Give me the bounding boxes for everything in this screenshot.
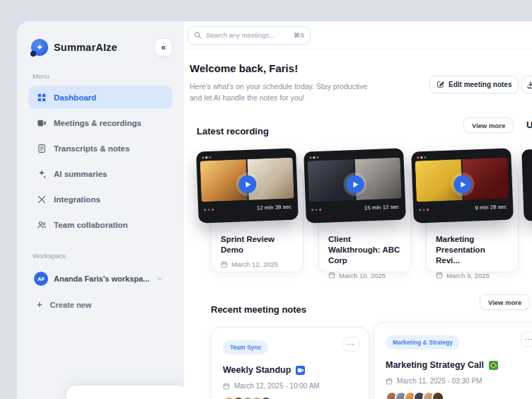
flag-icon [489,361,498,370]
recording-duration: 12 min 38 sec [257,204,292,212]
edit-meeting-notes-label: Edit meeting notes [449,81,511,88]
tools-icon [37,195,47,204]
workspace-avatar: AF [34,272,48,286]
sidebar: ✦ SummarAIze « Menu Dashboard Meetings &… [17,21,184,399]
create-new-button[interactable]: + Create new [28,300,173,309]
recording-title: Client Walkthrough: ABC Corp [328,234,403,267]
participants-avatars [223,396,357,399]
recent-view-more-button[interactable]: View more [480,294,530,310]
app-window: ✦ SummarAIze « Menu Dashboard Meetings &… [17,21,532,399]
calendar-icon [386,378,393,385]
video-preview-frame[interactable]: 12 min 38 sec [196,148,299,223]
people-icon [37,220,47,230]
logo: ✦ SummarAIze « [28,33,173,57]
sparkle-icon [37,169,47,179]
recording-title: Marketing Presentation Revi... [436,234,511,267]
document-icon [37,144,47,154]
calendar-icon [436,272,443,279]
upcoming-card-partial[interactable] [521,149,532,221]
sidebar-item-label: AI summaries [54,170,107,178]
note-category-badge: Team Sync [223,340,268,354]
search-icon [194,31,202,39]
note-datetime-text: March 12, 2025 - 10:00 AM [234,382,320,390]
play-icon [353,181,358,187]
sidebar-item-label: Team collaboration [54,221,128,229]
calendar-icon [328,272,335,279]
participants-avatars [386,391,532,399]
recording-date-text: March 9, 2025 [446,272,490,279]
collapse-icon: « [161,42,166,52]
video-preview-frame[interactable]: 15 min 12 sec [303,148,406,223]
video-camera-badge-icon [296,366,305,375]
recent-notes-title: Recent meeting notes [211,304,306,315]
recording-date-text: March 10, 2025 [339,272,386,279]
note-datetime: March 11, 2025 - 03:30 PM [386,377,532,385]
frame-controls-bar: 12 min 38 sec [202,201,294,215]
ellipsis-icon: ⋯ [525,335,532,344]
search-input[interactable] [206,31,289,39]
subtitle-line-1: Here's what's on your schedule today. St… [190,81,367,92]
app-name: SummarAIze [54,42,117,53]
workspace-selector[interactable]: AF Ananda Faris's workspa... [28,265,173,286]
sidebar-item-integrations[interactable]: Integrations [28,187,173,211]
frame-controls-bar: 15 min 12 sec [309,201,402,215]
note-title: Weekly Standup [223,365,291,375]
sidebar-item-meetings-recordings[interactable]: Meetings & recordings [28,111,173,134]
ellipsis-icon: ⋯ [347,340,355,349]
recording-date: March 10, 2025 [328,272,403,279]
upcoming-section-title-truncated: U [526,120,532,130]
sidebar-item-team-collaboration[interactable]: Team collaboration [28,213,173,236]
meeting-note-card[interactable]: Team Sync ⋯ Weekly Standup March 12, 202… [211,327,369,399]
calendar-icon [223,383,230,390]
calendar-icon [221,261,228,268]
truncated-action-button[interactable] [521,76,532,93]
latest-recording-title: Latest recording [197,126,269,137]
note-title: Marketing Strategy Call [386,360,484,370]
recording-date: March 9, 2025 [436,272,511,279]
sidebar-item-ai-summaries[interactable]: AI summaries [28,162,173,185]
subtitle-line-2: and let AI handle the notes for you! [190,92,367,103]
note-menu-button[interactable]: ⋯ [342,337,359,352]
sidebar-nav: Dashboard Meetings & recordings Transcri… [28,86,173,236]
welcome-block: Welcome back, Faris! Here's what's on yo… [190,62,367,104]
sidebar-item-label: Meetings & recordings [54,119,141,127]
note-category-badge: Marketing & Strategy [386,335,460,349]
workspace-section-label: Workspace [33,252,173,260]
note-datetime-text: March 11, 2025 - 03:30 PM [397,377,482,385]
sidebar-collapse-button[interactable]: « [154,38,173,57]
video-preview-frame[interactable]: 9 min 28 sec [411,148,514,223]
meeting-note-card[interactable]: Marketing & Strategy ⋯ Marketing Strateg… [374,322,532,399]
recording-card: Sprint Review Demo March 12, 2025 12 min [197,150,304,272]
recording-title: Sprint Review Demo [221,234,296,255]
sidebar-item-transcripts-notes[interactable]: Transcripts & notes [28,137,173,160]
edit-meeting-notes-button[interactable]: Edit meeting notes [429,76,519,93]
menu-section-label: Menu [33,72,173,80]
create-new-label: Create new [50,301,92,309]
recording-duration: 15 min 12 sec [364,204,400,212]
play-icon [245,181,250,187]
download-icon [526,81,532,89]
play-icon [461,181,466,187]
edit-pencil-icon [436,81,444,88]
topbar: ⌘S [184,21,532,50]
search-shortcut-hint: ⌘S [294,32,304,39]
latest-view-more-button[interactable]: View more [463,117,514,133]
recording-duration: 9 min 28 sec [475,204,507,212]
note-menu-button[interactable]: ⋯ [521,332,532,347]
app-logo-icon: ✦ [31,39,48,56]
note-datetime: March 12, 2025 - 10:00 AM [223,382,357,390]
dashboard-icon [37,93,47,103]
sidebar-item-label: Transcripts & notes [54,144,129,153]
search-box[interactable]: ⌘S [187,26,311,45]
recording-card: Client Walkthrough: ABC Corp March 10, 2… [304,150,412,272]
workspace-name: Ananda Faris's workspa... [54,274,149,283]
sidebar-item-dashboard[interactable]: Dashboard [28,86,173,109]
frame-controls-bar: 9 min 28 sec [417,201,509,215]
sidebar-item-label: Integrations [54,195,100,204]
sidebar-item-label: Dashboard [54,93,96,102]
plus-icon: + [37,300,42,309]
recording-date: March 12, 2025 [221,260,296,268]
recording-date-text: March 12, 2025 [231,260,278,268]
video-camera-icon [37,118,47,128]
page-subtitle: Here's what's on your schedule today. St… [190,81,367,104]
